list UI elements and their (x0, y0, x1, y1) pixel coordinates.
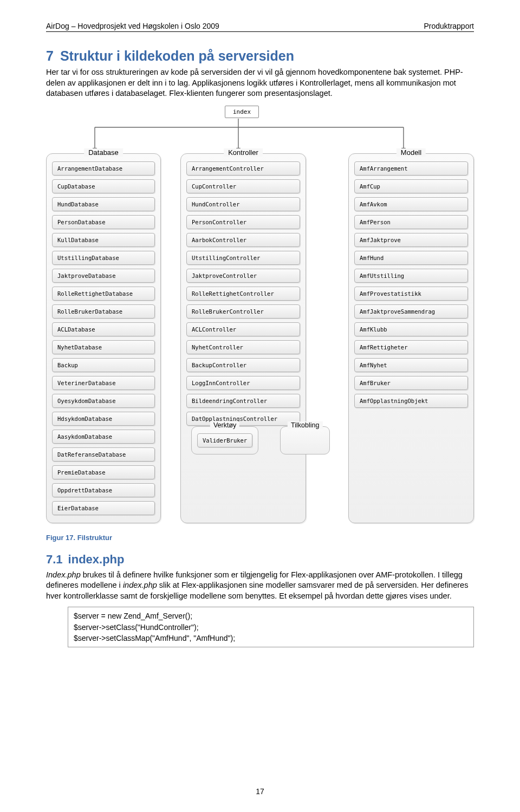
heading-2-number: 7.1 (46, 553, 63, 566)
diagram-cell: HundDatabase (52, 197, 155, 211)
diagram-column-database: DatabaseArrangementDatabaseCupDatabaseHu… (46, 153, 161, 523)
diagram-cell: NyhetController (186, 340, 300, 354)
diagram-cell: ArrangementController (186, 161, 300, 176)
diagram-cell: AmfRettigheter (354, 340, 468, 354)
diagram-cell: PersonController (186, 215, 300, 229)
diagram-cell: ACLController (186, 322, 300, 336)
diagram-cell: PremieDatabase (52, 465, 155, 479)
diagram-column-modell: ModellAmfArrangementAmfCupAmfAvkomAmfPer… (348, 153, 474, 523)
diagram-cell: AmfUtstilling (354, 269, 468, 283)
code-line: $server->setClass("HundController"); (74, 622, 468, 633)
diagram-cell: EierDatabase (52, 501, 155, 515)
heading-1-number: 7 (46, 48, 54, 63)
page-header: AirDog – Hovedprosjekt ved Høgskolen i O… (46, 22, 474, 32)
architecture-diagram: index (46, 106, 474, 517)
heading-2: 7.1index.php (46, 553, 474, 567)
column-title: Database (84, 148, 123, 157)
heading-1: 7Struktur i kildekoden på serversiden (46, 48, 474, 64)
intro-paragraph: Her tar vi for oss struktureringen av ko… (46, 67, 474, 99)
diagram-cell: OyesykdomDatabase (52, 394, 155, 408)
diagram-cell: AmfAvkom (354, 197, 468, 211)
diagram-cell: AmfHund (354, 251, 468, 265)
diagram-cell: AasykdomDatabase (52, 430, 155, 444)
diagram-cell: RolleBrukerDatabase (52, 304, 155, 319)
diagram-cell: AmfOpplastningObjekt (354, 394, 468, 408)
diagram-cell: JaktproveDatabase (52, 269, 155, 283)
diagram-cell: BildeendringController (186, 394, 300, 408)
diagram-cell: AmfJaktprove (354, 233, 468, 247)
heading-2-text: index.php (68, 553, 125, 566)
diagram-cell: AmfArrangement (354, 161, 468, 176)
diagram-cell: BackupController (186, 358, 300, 372)
diagram-cell: AmfJaktproveSammendrag (354, 304, 468, 319)
diagram-cell: AmfNyhet (354, 358, 468, 372)
header-right: Produktrapport (424, 22, 474, 30)
diagram-cell: OppdrettDatabase (52, 483, 155, 497)
diagram-cell: AmfBruker (354, 376, 468, 390)
diagram-cell: ArrangementDatabase (52, 161, 155, 176)
diagram-cell: RolleRettighetController (186, 287, 300, 301)
diagram-cell: RolleRettighetDatabase (52, 287, 155, 301)
page-number: 17 (0, 787, 520, 796)
diagram-cell: NyhetDatabase (52, 340, 155, 354)
subbox-title: Tilkobling (288, 421, 322, 429)
diagram-cell: CupController (186, 179, 300, 193)
code-line: $server = new Zend_Amf_Server(); (74, 610, 468, 621)
diagram-cell: AmfCup (354, 179, 468, 193)
header-left: AirDog – Hovedprosjekt ved Høgskolen i O… (46, 22, 219, 30)
diagram-cell: Backup (52, 358, 155, 372)
diagram-cell: AmfPerson (354, 215, 468, 229)
column-title: Kontroller (224, 148, 263, 157)
diagram-cell: DatReferanseDatabase (52, 447, 155, 462)
diagram-cell: UtstillingDatabase (52, 251, 155, 265)
diagram-cell: DatOpplastningsController (186, 412, 300, 426)
diagram-cell: ACLDatabase (52, 322, 155, 336)
diagram-cell: HundController (186, 197, 300, 211)
diagram-cell: AmfKlubb (354, 322, 468, 336)
code-line: $server->setClassMap("AmfHund", "AmfHund… (74, 633, 468, 644)
diagram-cell: UtstillingController (186, 251, 300, 265)
diagram-top-node: index (225, 106, 259, 118)
body-paragraph: Index.php brukes til å definere hvilke f… (46, 570, 474, 602)
diagram-cell: ValiderBruker (197, 433, 252, 447)
diagram-cell: JaktproveController (186, 269, 300, 283)
code-example: $server = new Zend_Amf_Server(); $server… (68, 607, 474, 647)
heading-1-text: Struktur i kildekoden på serversiden (60, 48, 294, 63)
diagram-cell: AarbokController (186, 233, 300, 247)
diagram-cell: LoggInnController (186, 376, 300, 390)
diagram-cell: AmfProvestatistikk (354, 287, 468, 301)
italic-term: index.php (123, 581, 157, 589)
diagram-subbox: Tilkobling (280, 426, 330, 454)
diagram-subbox: VerktøyValiderBruker (191, 426, 258, 454)
diagram-cell: KullDatabase (52, 233, 155, 247)
diagram-column-kontroller: KontrollerArrangementControllerCupContro… (180, 153, 306, 523)
diagram-cell: VeterinerDatabase (52, 376, 155, 390)
column-title: Modell (396, 148, 426, 157)
figure-caption: Figur 17. Filstruktur (46, 534, 474, 542)
italic-term: Index.php (46, 570, 81, 579)
diagram-cell: CupDatabase (52, 179, 155, 193)
subbox-title: Verktøy (210, 421, 239, 429)
diagram-cell: HdsykdomDatabase (52, 412, 155, 426)
diagram-cell: RolleBrukerController (186, 304, 300, 319)
diagram-cell: PersonDatabase (52, 215, 155, 229)
